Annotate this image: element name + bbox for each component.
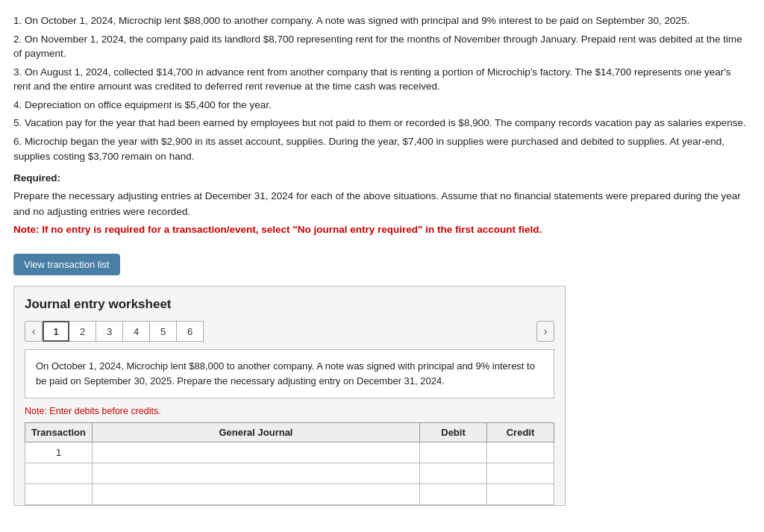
cell-debit-2[interactable] [420,484,487,505]
cell-journal-0[interactable] [93,442,420,463]
required-body: Prepare the necessary adjusting entries … [13,189,751,219]
tab-5[interactable]: 5 [150,321,177,342]
intro-item-2: 2. On November 1, 2024, the company paid… [13,32,751,61]
cell-debit-0[interactable] [420,442,487,463]
cell-transaction-1 [25,463,93,484]
worksheet-title: Journal entry worksheet [25,297,554,312]
col-header-journal: General Journal [93,423,420,442]
tab-3[interactable]: 3 [96,321,123,342]
journal-table: Transaction General Journal Debit Credit… [25,422,554,505]
intro-list: 1. On October 1, 2024, Microchip lent $8… [13,13,751,163]
intro-item-6: 6. Microchip began the year with $2,900 … [13,134,751,163]
cell-credit-1[interactable] [487,463,554,484]
table-row [25,463,554,484]
cell-transaction-2 [25,484,93,505]
required-section: Required: Prepare the necessary adjustin… [13,171,751,237]
intro-item-3: 3. On August 1, 2024, collected $14,700 … [13,65,751,94]
col-header-credit: Credit [487,423,554,442]
tabs-row: ‹ 1 2 3 4 5 6 › [25,321,554,342]
tab-next-button[interactable]: › [536,321,554,342]
required-note: Note: If no entry is required for a tran… [13,222,751,237]
intro-item-1: 1. On October 1, 2024, Microchip lent $8… [13,13,751,28]
debit-note: Note: Enter debits before credits. [25,406,554,416]
worksheet-container: Journal entry worksheet ‹ 1 2 3 4 5 6 › … [13,286,566,506]
view-transaction-list-button[interactable]: View transaction list [13,254,120,275]
col-header-transaction: Transaction [25,423,93,442]
cell-debit-1[interactable] [420,463,487,484]
table-row [25,484,554,505]
intro-item-4: 4. Depreciation on office equipment is $… [13,98,751,113]
cell-credit-2[interactable] [487,484,554,505]
tab-prev-button[interactable]: ‹ [25,321,43,342]
col-header-debit: Debit [420,423,487,442]
table-row: 1 [25,442,554,463]
cell-transaction-0: 1 [25,442,93,463]
transaction-description: On October 1, 2024, Microchip lent $88,0… [25,349,554,398]
cell-journal-1[interactable] [93,463,420,484]
tab-6[interactable]: 6 [177,321,204,342]
tab-2[interactable]: 2 [69,321,96,342]
cell-journal-2[interactable] [93,484,420,505]
intro-item-5: 5. Vacation pay for the year that had be… [13,116,751,131]
tab-4[interactable]: 4 [123,321,150,342]
cell-credit-0[interactable] [487,442,554,463]
tab-1[interactable]: 1 [43,321,69,342]
required-heading: Required: [13,172,60,184]
